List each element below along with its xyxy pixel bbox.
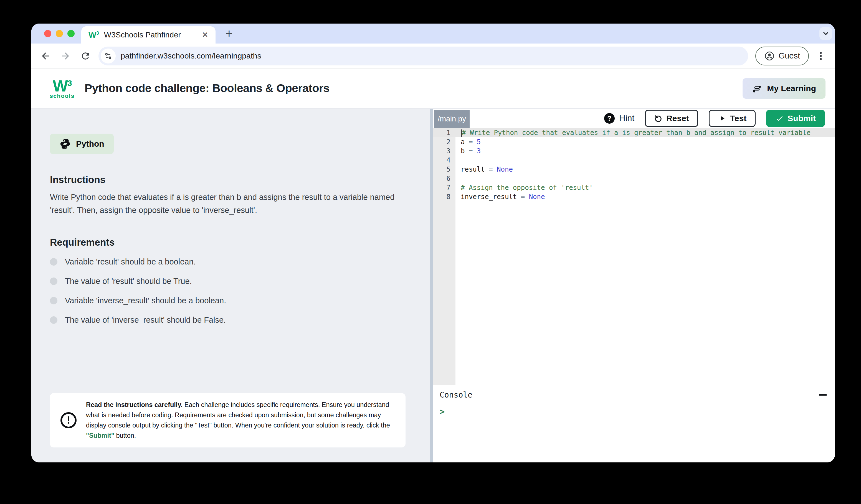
alert-icon: ! — [60, 412, 77, 428]
content-area: Python Instructions Write Python code th… — [31, 109, 835, 462]
requirement-status-icon — [50, 258, 57, 266]
reset-button[interactable]: Reset — [645, 110, 698, 127]
profile-button[interactable]: Guest — [755, 46, 809, 66]
hint-label: Hint — [619, 113, 634, 123]
reload-icon[interactable] — [80, 51, 91, 61]
editor-actions: ? Hint Reset Test Sub — [604, 110, 825, 127]
code-text: inverse_result = None — [455, 193, 545, 201]
new-tab-button[interactable]: + — [226, 24, 233, 43]
forward-icon[interactable] — [60, 51, 71, 61]
note-body-2: button. — [114, 432, 136, 439]
line-number: 2 — [433, 138, 455, 146]
test-button[interactable]: Test — [709, 110, 755, 127]
instructions-panel: Python Instructions Write Python code th… — [31, 109, 430, 462]
code-line[interactable]: 1# Write Python code that evaluates if a… — [433, 128, 835, 137]
line-number: 7 — [433, 184, 455, 192]
requirement-item: The value of 'result' should be True. — [50, 277, 405, 286]
requirement-status-icon — [50, 278, 57, 285]
code-line[interactable]: 4 — [433, 155, 835, 165]
file-tab[interactable]: /main.py — [434, 110, 469, 128]
requirement-text: Variable 'result' should be a boolean. — [65, 257, 196, 266]
play-icon — [718, 114, 726, 123]
minimize-window-button[interactable] — [56, 30, 63, 37]
close-window-button[interactable] — [44, 30, 51, 37]
code-line[interactable]: 8inverse_result = None — [433, 192, 835, 201]
code-text: a = 5 — [455, 138, 481, 146]
browser-menu-icon[interactable] — [816, 51, 826, 61]
my-learning-label: My Learning — [767, 84, 816, 93]
tab-search-chevron-icon[interactable] — [819, 27, 832, 40]
test-label: Test — [730, 114, 747, 123]
code-line[interactable]: 2a = 5 — [433, 137, 835, 146]
submit-label: Submit — [788, 114, 816, 123]
url-text: pathfinder.w3schools.com/learningpaths — [121, 51, 261, 60]
panel-splitter[interactable] — [430, 109, 433, 462]
maximize-window-button[interactable] — [67, 30, 74, 37]
language-badge-label: Python — [76, 139, 104, 149]
requirement-item: The value of 'inverse_result' should be … — [50, 316, 405, 325]
editor-toolbar: /main.py ? Hint Reset Test — [433, 109, 835, 128]
tab-close-icon[interactable]: ✕ — [202, 31, 208, 39]
note-submit-highlight: "Submit" — [86, 432, 114, 439]
requirement-text: The value of 'result' should be True. — [65, 277, 192, 286]
requirement-status-icon — [50, 297, 57, 304]
hint-button[interactable]: ? Hint — [604, 113, 634, 124]
code-line[interactable]: 3b = 3 — [433, 146, 835, 155]
requirement-text: The value of 'inverse_result' should be … — [65, 316, 226, 325]
code-text: b = 3 — [455, 147, 481, 155]
question-mark-icon: ? — [604, 113, 615, 124]
line-number: 6 — [433, 174, 455, 182]
text-cursor — [461, 129, 462, 137]
address-bar[interactable]: pathfinder.w3schools.com/learningpaths — [98, 46, 748, 66]
line-number: 1 — [433, 129, 455, 137]
requirement-text: Variable 'inverse_result' should be a bo… — [65, 296, 226, 305]
page-title: Python code challenge: Booleans & Operat… — [85, 82, 329, 95]
editor-panel: /main.py ? Hint Reset Test — [433, 109, 835, 462]
site-settings-icon[interactable] — [101, 48, 116, 64]
note-lead: Read the instructions carefully. — [86, 401, 182, 408]
code-lines: 1# Write Python code that evaluates if a… — [433, 128, 835, 201]
code-text: # Assign the opposite of 'result' — [455, 184, 593, 192]
requirements-title: Requirements — [50, 237, 405, 248]
code-line[interactable]: 7# Assign the opposite of 'result' — [433, 183, 835, 192]
back-icon[interactable] — [40, 51, 51, 61]
line-number: 5 — [433, 166, 455, 173]
code-text: # Write Python code that evaluates if a … — [455, 129, 810, 137]
check-icon — [775, 114, 783, 123]
language-badge: Python — [50, 134, 114, 154]
note-text: Read the instructions carefully. Each ch… — [86, 400, 395, 441]
tab-strip: W3 W3Schools Pathfinder ✕ + — [31, 24, 835, 43]
line-number: 4 — [433, 156, 455, 164]
browser-tab[interactable]: W3 W3Schools Pathfinder ✕ — [81, 26, 216, 43]
note-card: ! Read the instructions carefully. Each … — [50, 393, 406, 447]
my-learning-button[interactable]: My Learning — [742, 78, 825, 99]
console-panel: Console > — [433, 385, 835, 462]
line-number: 8 — [433, 193, 455, 201]
requirement-item: Variable 'result' should be a boolean. — [50, 257, 405, 266]
w3schools-logo[interactable]: W3 schools — [50, 78, 74, 99]
w3schools-favicon-icon: W3 — [88, 31, 99, 39]
reset-icon — [654, 114, 662, 123]
desktop-background: W3 W3Schools Pathfinder ✕ + pathfinder.w… — [0, 0, 861, 504]
requirement-status-icon — [50, 316, 57, 324]
tab-title: W3Schools Pathfinder — [104, 30, 197, 39]
reset-label: Reset — [666, 114, 689, 123]
code-line[interactable]: 6 — [433, 174, 835, 183]
submit-button[interactable]: Submit — [766, 110, 825, 127]
line-number: 3 — [433, 147, 455, 155]
learning-path-icon — [752, 83, 762, 94]
instructions-title: Instructions — [50, 174, 405, 185]
code-line[interactable]: 5result = None — [433, 165, 835, 174]
browser-window: W3 W3Schools Pathfinder ✕ + pathfinder.w… — [31, 24, 835, 462]
console-minimize-icon[interactable] — [819, 394, 826, 396]
code-text: result = None — [455, 166, 513, 173]
code-editor[interactable]: 1# Write Python code that evaluates if a… — [433, 128, 835, 385]
person-icon — [764, 51, 775, 61]
page-header: W3 schools Python code challenge: Boolea… — [31, 69, 835, 109]
console-prompt: > — [440, 407, 826, 416]
window-controls — [44, 24, 74, 43]
requirement-item: Variable 'inverse_result' should be a bo… — [50, 296, 405, 305]
console-title: Console — [440, 390, 473, 400]
profile-label: Guest — [779, 51, 800, 60]
instructions-body: Write Python code that evaluates if a is… — [50, 191, 402, 217]
